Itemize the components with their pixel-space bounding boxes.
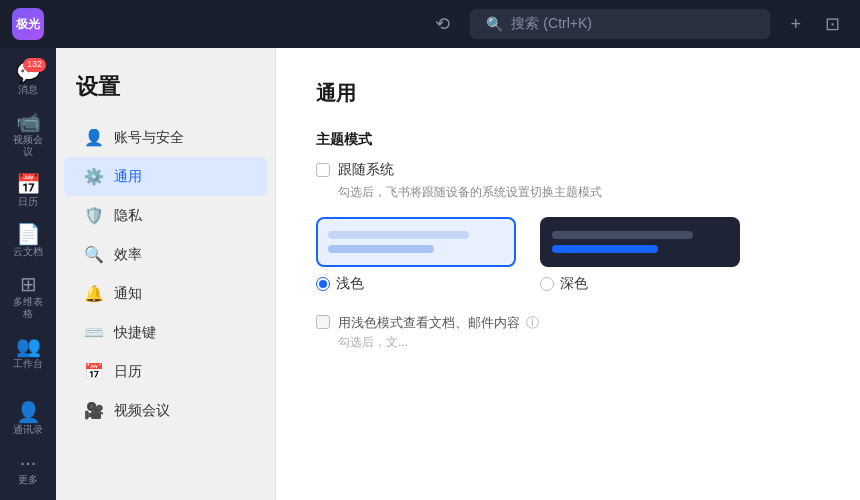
follow-system-checkbox[interactable]: [316, 163, 330, 177]
dark-radio-row[interactable]: 深色: [540, 275, 740, 293]
nav-cal-label: 日历: [114, 363, 142, 381]
light-theme-card[interactable]: 浅色: [316, 217, 516, 293]
notifications-icon: 🔔: [84, 284, 104, 303]
vid-icon: 🎥: [84, 401, 104, 420]
nav-video[interactable]: 🎥 视频会议: [64, 391, 267, 430]
multitask-icon: ⊞: [20, 274, 37, 294]
more-label: 更多: [18, 474, 38, 486]
logo-text: 极光: [16, 16, 40, 33]
nav-efficiency-label: 效率: [114, 246, 142, 264]
sidebar-item-workspace[interactable]: 👥 工作台: [6, 330, 50, 376]
nav-cal[interactable]: 📅 日历: [64, 352, 267, 391]
sidebar-item-messages[interactable]: 132 💬 消息: [6, 56, 50, 102]
logo-button[interactable]: 极光: [12, 8, 44, 40]
nav-shortcuts[interactable]: ⌨️ 快捷键: [64, 313, 267, 352]
settings-content: 通用 主题模式 跟随系统 勾选后，飞书将跟随设备的系统设置切换主题模式 浅色: [276, 48, 860, 500]
screen-icon: ⊡: [825, 14, 840, 34]
dark-preview-inner: [542, 219, 738, 265]
dark-radio[interactable]: [540, 277, 554, 291]
nav-efficiency[interactable]: 🔍 效率: [64, 235, 267, 274]
nav-notifications[interactable]: 🔔 通知: [64, 274, 267, 313]
info-icon: ⓘ: [526, 315, 539, 330]
light-mode-desc: 勾选后，文...: [338, 334, 539, 351]
multitask-label: 多维表格: [10, 296, 46, 320]
messages-badge: 132: [23, 58, 46, 72]
light-mode-option-text: 用浅色模式查看文档、邮件内容 ⓘ: [338, 313, 539, 332]
nav-video-label: 视频会议: [114, 402, 170, 420]
nav-privacy[interactable]: 🛡️ 隐私: [64, 196, 267, 235]
search-icon: 🔍: [486, 16, 503, 32]
sidebar-item-calendar[interactable]: 📅 日历: [6, 168, 50, 214]
contacts-icon: 👤: [16, 402, 41, 422]
light-mode-label: 用浅色模式查看文档、邮件内容: [338, 315, 520, 330]
general-icon: ⚙️: [84, 167, 104, 186]
history-button[interactable]: ⟲: [427, 9, 458, 39]
follow-system-label: 跟随系统: [338, 161, 394, 179]
icon-sidebar: 132 💬 消息 📹 视频会议 📅 日历 📄 云文档 ⊞ 多维表格 👥 工作台 …: [0, 48, 56, 500]
history-icon: ⟲: [435, 14, 450, 34]
nav-account-label: 账号与安全: [114, 129, 184, 147]
follow-system-desc: 勾选后，飞书将跟随设备的系统设置切换主题模式: [338, 183, 820, 201]
nav-privacy-label: 隐私: [114, 207, 142, 225]
calendar-label: 日历: [18, 196, 38, 208]
light-mode-checkbox[interactable]: [316, 315, 330, 329]
nav-notifications-label: 通知: [114, 285, 142, 303]
settings-title: 设置: [56, 72, 275, 118]
light-mode-option-row[interactable]: 用浅色模式查看文档、邮件内容 ⓘ 勾选后，文...: [316, 313, 820, 351]
dark-theme-card[interactable]: 深色: [540, 217, 740, 293]
privacy-icon: 🛡️: [84, 206, 104, 225]
sidebar-item-contacts[interactable]: 👤 通讯录: [6, 396, 50, 442]
workspace-icon: 👥: [16, 336, 41, 356]
shortcuts-icon: ⌨️: [84, 323, 104, 342]
nav-account[interactable]: 👤 账号与安全: [64, 118, 267, 157]
contacts-label: 通讯录: [13, 424, 43, 436]
light-radio[interactable]: [316, 277, 330, 291]
sidebar-item-more[interactable]: ··· 更多: [6, 446, 50, 492]
content-title: 通用: [316, 80, 820, 107]
top-bar: 极光 ⟲ 🔍 搜索 (Ctrl+K) + ⊡: [0, 0, 860, 48]
screen-button[interactable]: ⊡: [817, 9, 848, 39]
messages-label: 消息: [18, 84, 38, 96]
account-icon: 👤: [84, 128, 104, 147]
main-layout: 132 💬 消息 📹 视频会议 📅 日历 📄 云文档 ⊞ 多维表格 👥 工作台 …: [0, 48, 860, 500]
more-icon: ···: [20, 452, 37, 472]
search-placeholder: 搜索 (Ctrl+K): [511, 15, 592, 33]
workspace-label: 工作台: [13, 358, 43, 370]
sidebar-item-multitask[interactable]: ⊞ 多维表格: [6, 268, 50, 326]
nav-shortcuts-label: 快捷键: [114, 324, 156, 342]
efficiency-icon: 🔍: [84, 245, 104, 264]
video-label: 视频会议: [10, 134, 46, 158]
theme-cards-row: 浅色 深色: [316, 217, 820, 293]
dark-preview: [540, 217, 740, 267]
light-bar-1: [328, 231, 469, 239]
cal-icon: 📅: [84, 362, 104, 381]
light-bar-2: [328, 245, 434, 253]
docs-label: 云文档: [13, 246, 43, 258]
dark-bar-1: [552, 231, 693, 239]
docs-icon: 📄: [16, 224, 41, 244]
light-mode-text-wrapper: 用浅色模式查看文档、邮件内容 ⓘ 勾选后，文...: [338, 313, 539, 351]
sidebar-item-video[interactable]: 📹 视频会议: [6, 106, 50, 164]
light-preview: [316, 217, 516, 267]
nav-general-label: 通用: [114, 168, 142, 186]
calendar-icon: 📅: [16, 174, 41, 194]
theme-section-title: 主题模式: [316, 131, 820, 149]
sidebar-item-docs[interactable]: 📄 云文档: [6, 218, 50, 264]
follow-system-row[interactable]: 跟随系统: [316, 161, 820, 179]
light-preview-inner: [318, 219, 514, 265]
dark-bar-2: [552, 245, 658, 253]
settings-sidebar: 设置 👤 账号与安全 ⚙️ 通用 🛡️ 隐私 🔍 效率 🔔 通知 ⌨️ 快捷键 …: [56, 48, 276, 500]
light-label: 浅色: [336, 275, 364, 293]
video-icon: 📹: [16, 112, 41, 132]
nav-general[interactable]: ⚙️ 通用: [64, 157, 267, 196]
search-bar[interactable]: 🔍 搜索 (Ctrl+K): [470, 9, 770, 39]
top-actions: + ⊡: [782, 9, 848, 39]
add-icon: +: [790, 14, 801, 34]
dark-label: 深色: [560, 275, 588, 293]
add-button[interactable]: +: [782, 10, 809, 39]
light-radio-row[interactable]: 浅色: [316, 275, 516, 293]
